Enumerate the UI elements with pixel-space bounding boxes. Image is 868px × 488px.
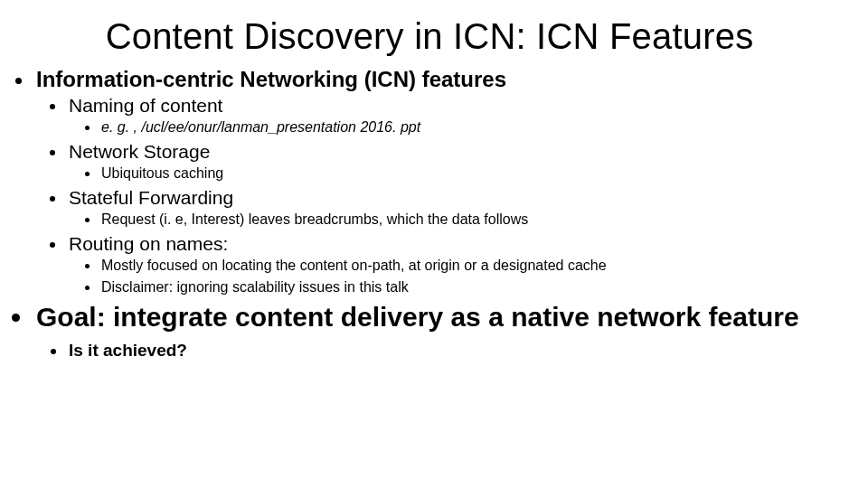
- feature-sub-list: Request (i. e, Interest) leaves breadcru…: [69, 210, 843, 230]
- goal-sub-list: Is it achieved?: [36, 339, 843, 363]
- feature-label: Network Storage: [69, 141, 210, 162]
- feature-sub-item: Request (i. e, Interest) leaves breadcru…: [99, 210, 843, 230]
- feature-sub-item: Disclaimer: ignoring scalability issues …: [99, 277, 843, 297]
- features-items: Naming of content e. g. , /ucl/ee/onur/l…: [36, 93, 843, 296]
- goal-sub-item: Is it achieved?: [67, 339, 843, 363]
- feature-sub-text: Mostly focused on locating the content o…: [101, 258, 607, 273]
- feature-label: Routing on names:: [69, 233, 228, 254]
- feature-sub-list: Ubiquitous caching: [69, 164, 843, 183]
- goal-heading: Goal: integrate content delivery as a na…: [34, 302, 843, 362]
- feature-label: Stateful Forwarding: [69, 187, 233, 208]
- feature-routing: Routing on names: Mostly focused on loca…: [67, 231, 843, 296]
- slide-title: Content Discovery in ICN: ICN Features: [16, 16, 843, 57]
- feature-sub-list: e. g. , /ucl/ee/onur/lanman_presentation…: [69, 117, 843, 137]
- feature-sub-text: e. g. , /ucl/ee/onur/lanman_presentation…: [101, 119, 420, 135]
- feature-sub-item: Mostly focused on locating the content o…: [99, 256, 843, 276]
- goal-list: Goal: integrate content delivery as a na…: [16, 302, 843, 362]
- feature-naming: Naming of content e. g. , /ucl/ee/onur/l…: [67, 93, 843, 137]
- feature-sub-text: Ubiquitous caching: [101, 165, 223, 181]
- feature-storage: Network Storage Ubiquitous caching: [67, 139, 843, 183]
- feature-sub-item: Ubiquitous caching: [99, 164, 843, 183]
- features-heading-text: Information-centric Networking (ICN) fea…: [36, 67, 506, 91]
- feature-sub-list: Mostly focused on locating the content o…: [69, 256, 843, 296]
- feature-sub-text: Request (i. e, Interest) leaves breadcru…: [101, 211, 528, 227]
- goal-sub-text: Is it achieved?: [69, 341, 187, 360]
- feature-forwarding: Stateful Forwarding Request (i. e, Inter…: [67, 185, 843, 230]
- goal-heading-text: Goal: integrate content delivery as a na…: [36, 302, 799, 332]
- features-heading: Information-centric Networking (ICN) fea…: [34, 66, 843, 296]
- feature-sub-item: e. g. , /ucl/ee/onur/lanman_presentation…: [99, 117, 843, 137]
- feature-sub-text: Disclaimer: ignoring scalability issues …: [101, 279, 409, 295]
- features-list: Information-centric Networking (ICN) fea…: [16, 66, 843, 296]
- feature-label: Naming of content: [69, 95, 222, 116]
